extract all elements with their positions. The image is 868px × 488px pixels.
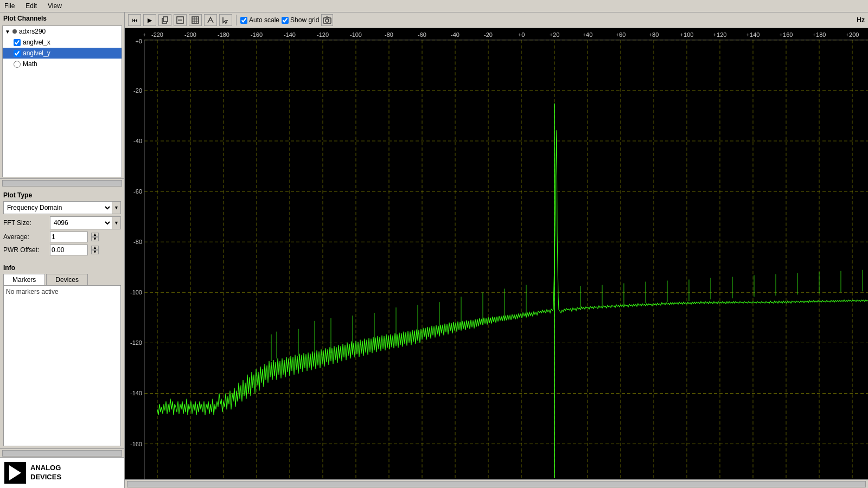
showgrid-label: Show grid — [290, 16, 319, 24]
svg-text:-40: -40 — [133, 138, 142, 144]
btn-export[interactable] — [204, 14, 217, 26]
fft-size-select[interactable]: 4096 256 512 1024 2048 8192 — [50, 217, 112, 228]
average-input[interactable] — [50, 232, 88, 242]
svg-text:-120: -120 — [130, 339, 142, 346]
channel-label-anglvel-y: anglvel_y — [23, 49, 50, 57]
btn-grid[interactable] — [189, 14, 202, 26]
left-bottom-scroll[interactable] — [0, 448, 124, 457]
pwr-offset-label: PWR Offset: — [3, 246, 47, 254]
fft-size-select-wrapper[interactable]: 4096 256 512 1024 2048 8192 ▼ — [50, 216, 121, 229]
bottom-scroll[interactable] — [125, 479, 868, 488]
channel-item-anglvel-y[interactable]: anglvel_y — [3, 48, 122, 59]
menu-view[interactable]: View — [46, 1, 64, 11]
svg-text:+0: +0 — [135, 38, 142, 44]
svg-rect-1 — [163, 17, 168, 22]
channels-list: ▼ adxrs290 anglvel_x anglvel_y Math — [2, 25, 122, 177]
tab-markers[interactable]: Markers — [3, 274, 45, 285]
autoscale-checkbox-label[interactable]: Auto scale — [240, 16, 279, 24]
fft-size-arrow[interactable]: ▼ — [112, 217, 120, 229]
menu-file[interactable]: File — [2, 1, 17, 11]
channel-checkbox-anglvel-x[interactable] — [14, 39, 21, 46]
svg-text:+160: +160 — [780, 31, 793, 38]
svg-text:-220: -220 — [151, 31, 163, 38]
average-spin-down[interactable]: ▼ — [91, 237, 99, 241]
chart-svg: +0 -20 -40 -60 -80 -100 -120 -140 -160 — [125, 28, 868, 479]
svg-text:+60: +60 — [616, 31, 626, 38]
svg-text:-120: -120 — [317, 31, 329, 38]
pwr-offset-spin-down[interactable]: ▼ — [91, 250, 99, 254]
info-header: Info — [3, 262, 121, 274]
channels-hscroll[interactable] — [0, 178, 124, 187]
channel-item-anglvel-x[interactable]: anglvel_x — [3, 37, 122, 48]
logo-section: ANALOG DEVICES — [0, 457, 124, 488]
fft-size-row: FFT Size: 4096 256 512 1024 2048 8192 ▼ — [3, 216, 121, 229]
btn-copy[interactable] — [158, 14, 171, 26]
showgrid-checkbox[interactable] — [282, 17, 289, 24]
plot-type-section: Plot Type Frequency Domain Time Domain ▼… — [0, 187, 124, 260]
btn-cursor[interactable] — [219, 14, 232, 26]
channel-radio-math[interactable] — [14, 61, 21, 68]
menu-bar: File Edit View — [0, 0, 868, 12]
average-spinner[interactable]: ▲ ▼ — [91, 233, 99, 241]
device-name: adxrs290 — [19, 28, 46, 35]
svg-text:+0: +0 — [518, 31, 525, 38]
pwr-offset-spinner[interactable]: ▲ ▼ — [91, 246, 99, 254]
bottom-scroll-track[interactable] — [127, 481, 866, 487]
svg-text:-40: -40 — [451, 31, 459, 38]
svg-text:-180: -180 — [218, 31, 229, 38]
svg-text:+140: +140 — [746, 31, 760, 38]
btn-play[interactable]: ▶ — [143, 14, 156, 26]
logo-line1: ANALOG — [30, 464, 61, 473]
svg-text:-20: -20 — [133, 87, 142, 94]
left-scroll-track[interactable] — [2, 450, 122, 457]
btn-skip-back[interactable]: ⏮ — [128, 14, 141, 26]
svg-text:+20: +20 — [550, 31, 560, 38]
svg-text:+200: +200 — [846, 31, 859, 38]
autoscale-checkbox[interactable] — [240, 17, 247, 24]
device-row[interactable]: ▼ adxrs290 — [3, 26, 122, 37]
svg-text:-100: -100 — [130, 289, 142, 296]
plot-container[interactable]: +0 -20 -40 -60 -80 -100 -120 -140 -160 — [125, 28, 868, 479]
plot-type-arrow[interactable]: ▼ — [112, 202, 120, 214]
showgrid-checkbox-label[interactable]: Show grid — [282, 16, 319, 24]
average-label: Average: — [3, 233, 47, 241]
device-dot — [12, 29, 17, 34]
plot-type-select[interactable]: Frequency Domain Time Domain — [4, 202, 112, 213]
svg-text:-200: -200 — [184, 31, 196, 38]
device-expand-icon: ▼ — [5, 29, 10, 35]
left-panel: Plot Channels ▼ adxrs290 anglvel_x anglv… — [0, 12, 125, 488]
info-tabs: Markers Devices — [3, 274, 121, 286]
menu-edit[interactable]: Edit — [23, 1, 39, 11]
svg-text:-140: -140 — [284, 31, 296, 38]
svg-text:+180: +180 — [813, 31, 826, 38]
svg-text:-60: -60 — [133, 188, 142, 195]
logo-line2: DEVICES — [30, 473, 61, 482]
svg-text:-80: -80 — [133, 239, 142, 245]
svg-text:+120: +120 — [713, 31, 727, 38]
channel-checkbox-anglvel-y[interactable] — [14, 50, 21, 57]
svg-text:-20: -20 — [484, 31, 493, 38]
svg-text:-80: -80 — [385, 31, 393, 38]
hz-label: Hz — [857, 16, 865, 24]
channel-label-math: Math — [23, 60, 37, 68]
svg-text:-160: -160 — [130, 441, 142, 447]
svg-text:+80: +80 — [649, 31, 659, 38]
svg-text:+: + — [143, 31, 146, 38]
svg-point-11 — [326, 19, 329, 22]
channel-item-math[interactable]: Math — [3, 59, 122, 69]
tab-devices[interactable]: Devices — [46, 274, 88, 285]
btn-minus[interactable] — [174, 14, 187, 26]
plot-type-select-wrapper[interactable]: Frequency Domain Time Domain ▼ — [3, 201, 121, 214]
pwr-offset-input[interactable] — [50, 245, 88, 255]
logo-icon — [4, 462, 26, 484]
plot-type-row: Frequency Domain Time Domain ▼ — [3, 201, 121, 214]
channel-label-anglvel-x: anglvel_x — [23, 38, 50, 46]
channels-hscroll-track[interactable] — [2, 180, 122, 187]
svg-text:-100: -100 — [350, 31, 362, 38]
svg-text:-140: -140 — [130, 390, 142, 397]
svg-text:-160: -160 — [251, 31, 263, 38]
info-content: No markers active — [3, 286, 121, 446]
autoscale-label: Auto scale — [249, 16, 279, 24]
plot-channels-header: Plot Channels — [0, 12, 124, 24]
btn-snapshot[interactable] — [321, 14, 333, 26]
